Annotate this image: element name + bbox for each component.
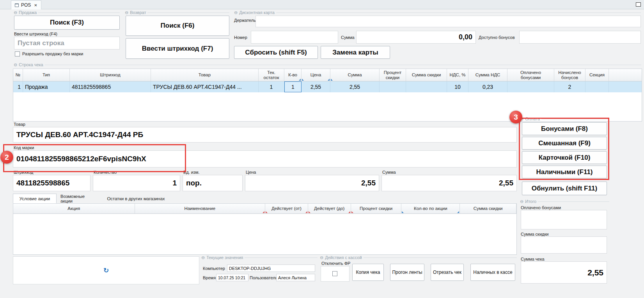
column-header[interactable]: Кол-во по акции [401,204,460,214]
paid-bonus-label: Оплачено бонусами [521,205,561,210]
table-cell[interactable]: 4811825598865 [70,81,151,92]
unit-label: Ед. изм. [183,170,200,175]
sale-search-button[interactable]: Поиск (F3) [14,16,120,30]
available-bonus-label: Доступно бонусов [479,35,515,40]
collapse-icon[interactable]: ⊖ [201,256,205,260]
column-header[interactable]: Акция [13,204,135,214]
column-header[interactable]: Тек. остаток [259,69,284,81]
receipt-total-field: 2,55 [521,261,607,284]
table-cell[interactable]: 10 [447,81,468,92]
tab-pos[interactable]: POS ✕ [11,0,41,9]
table-cell[interactable]: 2 [554,81,585,92]
tab-other-stores-stock[interactable]: Остатки в других магазинах [102,194,170,203]
column-header[interactable]: Сумма скидки [460,204,516,214]
table-cell[interactable]: 1 [259,81,284,92]
pay-cash-button[interactable]: Наличными (F11) [522,166,607,178]
table-cell[interactable]: 0,23 [468,81,507,92]
pay-mixed-button[interactable]: Смешанная (F9) [522,137,607,150]
feed-tape-button[interactable]: Прогон ленты [390,264,424,281]
collapse-icon[interactable]: ⊖ [125,11,128,15]
promo-header-row: Акция Наименование Действует (от) Действ… [13,204,516,214]
card-reset-button[interactable]: Сбросить (shift F5) [234,46,318,59]
annotation-badge-2: 2 [0,151,13,164]
placeholder-text: Пустая строка [18,39,64,47]
collapse-icon[interactable]: ⊖ [14,11,17,15]
pay-bonus-button[interactable]: Бонусами (F8) [522,122,607,135]
column-header[interactable]: Сумма НДС [468,69,507,81]
collapse-icon[interactable]: ⊖ [320,256,323,260]
payment-clear-button[interactable]: Обнулить (shift F11) [522,182,607,195]
computer-field[interactable]: DESKTOP-DDJUJHG [227,264,315,272]
receipt-copy-button[interactable]: Копия чека [352,264,384,281]
mark-code-field[interactable]: 0104811825598865212eF6vpisNC9hX [13,150,517,168]
column-header[interactable]: Товар [151,69,259,81]
column-header[interactable]: Процент скидки [351,204,402,214]
table-cell[interactable] [380,81,406,92]
column-header[interactable]: Оплачено бонусами [507,69,554,81]
tab-title: POS [21,2,31,8]
allow-no-mark-checkbox[interactable] [15,51,20,56]
table-cell[interactable] [507,81,554,92]
column-header[interactable]: Тип [23,69,70,81]
tab-bar: POS ✕ [0,0,644,9]
table-cell[interactable]: Продажа [23,81,70,92]
discount-sum-label: Сумма скидки [521,232,548,236]
group-title: Итого [525,199,536,204]
sale-barcode-label: Ввести штрихкод (F4) [14,32,57,36]
column-header[interactable]: Сумма скидки [406,69,447,81]
table-cell[interactable]: ТРУСЫ ДЕВ.60 АРТ.4С1947-Д44 ... [151,81,259,92]
refresh-icon[interactable]: ↻ [103,266,109,275]
time-field[interactable]: 10.07.25 10:21 [216,274,248,281]
column-header[interactable]: Сумма [330,69,380,81]
collapse-icon[interactable]: ⊖ [520,199,523,204]
cut-receipt-button[interactable]: Отрезать чек [431,264,464,281]
tab-promo-conditions[interactable]: Условие акции [13,194,57,203]
return-search-button[interactable]: Поиск (F6) [126,16,229,36]
column-header[interactable]: НДС, % [447,69,468,81]
disable-fiscal-checkbox[interactable] [332,271,337,276]
close-icon[interactable]: ✕ [34,3,37,7]
column-header[interactable]: Наименование [135,204,265,214]
cash-in-drawer-button[interactable]: Наличных в кассе [470,264,515,281]
pay-card-button[interactable]: Карточкой (F10) [522,151,607,164]
table-cell[interactable]: 1 [13,81,23,92]
card-replace-button[interactable]: Замена карты [321,46,390,59]
group-caption-current-values: ⊖ Текущие значения [201,255,318,260]
table-cell[interactable] [406,81,447,92]
barcode-field[interactable]: 4811825598865 [13,175,90,191]
available-bonus-input[interactable] [519,31,641,44]
sale-barcode-input[interactable]: Пустая строка [14,37,120,49]
collapse-icon[interactable]: ⊖ [14,63,17,67]
user-field[interactable]: Алеся Лытина [276,274,315,281]
column-header[interactable]: Цена [302,69,330,81]
product-name-field[interactable]: ТРУСЫ ДЕВ.60 АРТ.4С1947-Д44 РБ [13,127,517,143]
card-number-input[interactable] [251,31,338,44]
table-row[interactable]: 1 Продажа 4811825598865 ТРУСЫ ДЕВ.60 АРТ… [13,81,642,92]
table-cell[interactable]: 2,55 [330,81,380,92]
holder-input[interactable] [255,16,641,27]
table-cell[interactable]: 2,55 [302,81,330,92]
column-header[interactable]: Процент скидки [380,69,406,81]
quantity-label: Количество [94,170,117,175]
table-cell[interactable] [585,81,609,92]
quantity-field[interactable]: 1 [93,175,180,191]
tab-possible-promos[interactable]: Возможные акции [57,194,101,203]
column-header[interactable]: Штрихкод [70,69,151,81]
barcode-label: Штрихкод [14,170,33,175]
column-header[interactable]: № [13,69,23,81]
product-name-label: Товар [14,122,25,127]
price-field[interactable]: 2,55 [245,175,379,191]
column-header[interactable]: Действует (до) [308,204,351,214]
card-sum-input[interactable]: 0,00 [356,31,476,44]
line-sum-field[interactable]: 2,55 [381,175,517,191]
column-header[interactable]: Начислено бонусов [554,69,585,81]
column-header[interactable]: Секция [585,69,609,81]
unit-field[interactable]: пор. [183,175,243,191]
group-caption-payment: ⊖ Оплата [520,116,609,121]
collapse-icon[interactable]: ⊖ [234,11,238,15]
minimize-icon[interactable] [636,2,641,7]
quantity-cell[interactable]: 1 [284,81,302,92]
return-barcode-button[interactable]: Ввести штрихкод (F7) [126,38,229,59]
column-header[interactable]: К-во [284,69,302,81]
column-header[interactable]: Действует (от) [265,204,308,214]
